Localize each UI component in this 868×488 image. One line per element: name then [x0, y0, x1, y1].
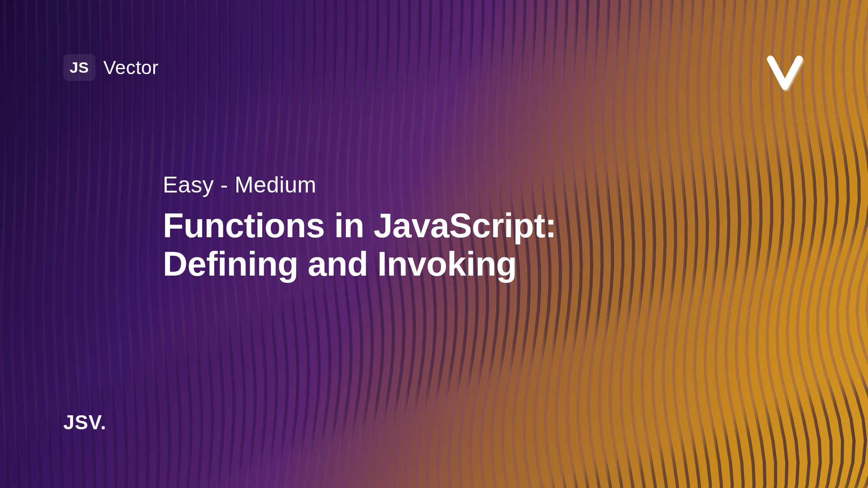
difficulty-label: Easy - Medium — [163, 172, 769, 198]
brand-mark-top-right — [765, 52, 805, 94]
brand-logo-top-left: JS Vector — [63, 54, 159, 81]
brand-name: Vector — [104, 57, 159, 79]
title-line-1: Functions in JavaScript: — [163, 206, 769, 244]
banner-content: Easy - Medium Functions in JavaScript: D… — [163, 172, 769, 283]
vector-v-icon — [765, 52, 805, 92]
brand-short-bottom-left: JSV. — [63, 411, 106, 434]
title-line-2: Defining and Invoking — [163, 244, 769, 283]
brand-badge: JS — [63, 54, 95, 81]
course-banner: JS Vector Easy - Medium Functions in Jav… — [0, 0, 868, 488]
course-title: Functions in JavaScript: Defining and In… — [163, 206, 769, 283]
